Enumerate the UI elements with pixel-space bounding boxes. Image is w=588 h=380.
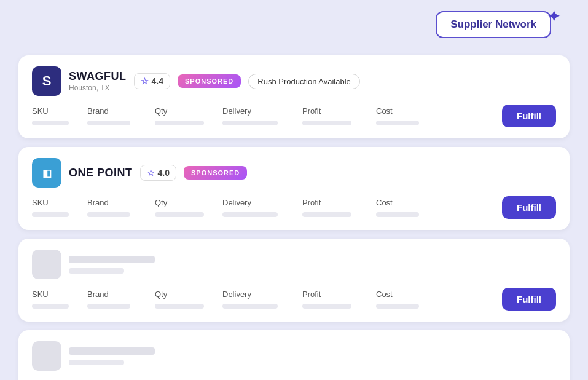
fulfill-button-onepoint[interactable]: Fulfill xyxy=(502,196,556,219)
skeleton-delivery-swagful xyxy=(222,121,278,125)
sponsored-badge-swagful: SPONSORED xyxy=(178,74,241,88)
rating-badge-onepoint: ☆ 4.0 xyxy=(140,165,176,181)
col-sku-onepoint: SKU xyxy=(32,198,87,207)
skeleton-profit-onepoint xyxy=(302,212,351,217)
skeleton-row-swagful xyxy=(32,121,502,125)
col-qty-skeleton: Qty xyxy=(155,290,222,299)
skeleton-delivery-s3 xyxy=(222,304,278,309)
skeleton-row-onepoint xyxy=(32,212,502,217)
skeleton-cost-onepoint xyxy=(376,212,419,217)
skeleton-profit-swagful xyxy=(302,121,351,125)
cols-section-swagful: SKU Brand Qty Delivery Profit Cost xyxy=(32,106,502,125)
placeholder-lines xyxy=(69,256,155,274)
skeleton-brand-onepoint xyxy=(87,212,130,217)
rating-value-onepoint: 4.0 xyxy=(158,168,170,178)
card-header-swagful: S SWAGFUL Houston, TX ☆ 4.4 SPONSORED Ru… xyxy=(32,66,556,96)
supplier-card-swagful: S SWAGFUL Houston, TX ☆ 4.4 SPONSORED Ru… xyxy=(18,55,570,138)
skeleton-sku-swagful xyxy=(32,121,69,125)
col-delivery-skeleton: Delivery xyxy=(222,290,302,299)
card-content-skeleton: SKU Brand Qty Delivery Profit Cost Fulfi… xyxy=(32,288,556,311)
star-icon-swagful: ☆ xyxy=(141,76,149,86)
skeleton-profit-s3 xyxy=(302,304,351,309)
col-sku-skeleton: SKU xyxy=(32,290,87,299)
col-cost-swagful: Cost xyxy=(376,106,444,116)
placeholder-lines-partial xyxy=(69,347,155,365)
placeholder-logo-partial xyxy=(32,341,61,371)
placeholder-header-partial xyxy=(32,341,556,371)
supplier-info-onepoint: ONE POINT xyxy=(69,167,133,180)
fulfill-button-swagful[interactable]: Fulfill xyxy=(502,105,556,127)
cols-section-skeleton: SKU Brand Qty Delivery Profit Cost xyxy=(32,290,502,309)
col-brand-onepoint: Brand xyxy=(87,198,155,207)
col-sku-swagful: SKU xyxy=(32,106,87,116)
card-content-onepoint: SKU Brand Qty Delivery Profit Cost Fulfi… xyxy=(32,196,556,219)
logo-onepoint: ◧ xyxy=(32,158,61,188)
col-brand-swagful: Brand xyxy=(87,106,155,116)
placeholder-line-partial-2 xyxy=(69,360,124,365)
star-icon-onepoint: ☆ xyxy=(147,168,155,178)
col-delivery-swagful: Delivery xyxy=(222,106,302,116)
col-brand-skeleton: Brand xyxy=(87,290,155,299)
skeleton-delivery-onepoint xyxy=(222,212,278,217)
placeholder-line-partial-1 xyxy=(69,347,155,355)
skeleton-sku-onepoint xyxy=(32,212,69,217)
skeleton-brand-swagful xyxy=(87,121,130,125)
supplier-name-swagful: SWAGFUL xyxy=(69,70,127,83)
supplier-card-partial xyxy=(18,330,570,380)
col-qty-onepoint: Qty xyxy=(155,198,222,207)
col-profit-onepoint: Profit xyxy=(302,198,376,207)
col-profit-swagful: Profit xyxy=(302,106,376,116)
skeleton-cost-swagful xyxy=(376,121,419,125)
supplier-info-swagful: SWAGFUL Houston, TX xyxy=(69,70,127,92)
page-wrapper: ✦ Supplier Network S SWAGFUL Houston, TX… xyxy=(0,0,588,380)
col-qty-swagful: Qty xyxy=(155,106,222,116)
fulfill-button-skeleton[interactable]: Fulfill xyxy=(502,288,556,311)
skeleton-qty-onepoint xyxy=(155,212,204,217)
supplier-location-swagful: Houston, TX xyxy=(69,84,127,92)
col-cost-skeleton: Cost xyxy=(376,290,444,299)
placeholder-logo xyxy=(32,250,61,279)
supplier-name-onepoint: ONE POINT xyxy=(69,167,133,180)
rating-value-swagful: 4.4 xyxy=(152,76,163,86)
column-headers-onepoint: SKU Brand Qty Delivery Profit Cost xyxy=(32,198,502,207)
column-headers-skeleton: SKU Brand Qty Delivery Profit Cost xyxy=(32,290,502,299)
rush-badge-swagful: Rush Production Available xyxy=(248,74,360,89)
placeholder-line-1 xyxy=(69,256,155,263)
skeleton-cost-s3 xyxy=(376,304,419,309)
cols-section-onepoint: SKU Brand Qty Delivery Profit Cost xyxy=(32,198,502,217)
rating-badge-swagful: ☆ 4.4 xyxy=(134,73,170,89)
col-delivery-onepoint: Delivery xyxy=(222,198,302,207)
sparkle-icon: ✦ xyxy=(547,6,561,26)
sponsored-badge-onepoint: SPONSORED xyxy=(184,166,247,180)
skeleton-qty-swagful xyxy=(155,121,204,125)
supplier-network-label: Supplier Network xyxy=(450,18,536,30)
logo-swagful: S xyxy=(32,66,61,96)
supplier-network-badge: Supplier Network xyxy=(436,11,551,38)
col-profit-skeleton: Profit xyxy=(302,290,376,299)
skeleton-sku-s3 xyxy=(32,304,69,309)
placeholder-line-2 xyxy=(69,268,124,274)
supplier-card-onepoint: ◧ ONE POINT ☆ 4.0 SPONSORED SKU Brand Qt… xyxy=(18,147,570,230)
placeholder-header xyxy=(32,250,556,279)
col-cost-onepoint: Cost xyxy=(376,198,444,207)
skeleton-row-skeleton xyxy=(32,304,502,309)
card-content-swagful: SKU Brand Qty Delivery Profit Cost Fulfi… xyxy=(32,105,556,127)
card-header-onepoint: ◧ ONE POINT ☆ 4.0 SPONSORED xyxy=(32,158,556,188)
column-headers-swagful: SKU Brand Qty Delivery Profit Cost xyxy=(32,106,502,116)
supplier-card-skeleton: SKU Brand Qty Delivery Profit Cost Fulfi… xyxy=(18,239,570,322)
skeleton-qty-s3 xyxy=(155,304,204,309)
skeleton-brand-s3 xyxy=(87,304,130,309)
